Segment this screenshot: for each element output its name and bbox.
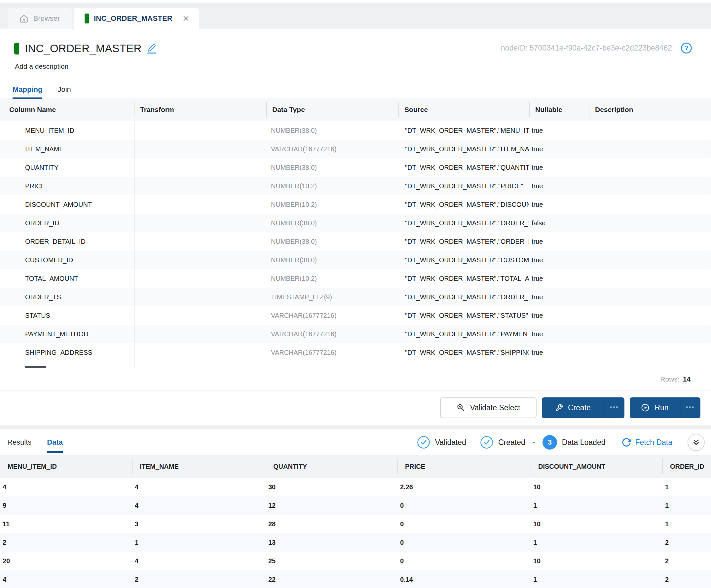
column-name-cell[interactable]: ORDER_DETAIL_ID <box>0 232 134 251</box>
description-cell[interactable] <box>589 214 711 232</box>
data-row: 9 4 12 0 1 1 <box>0 496 711 515</box>
column-name-cell[interactable]: PAYMENT_METHOD <box>0 325 134 343</box>
description-cell[interactable] <box>589 232 711 251</box>
close-icon[interactable] <box>182 15 190 22</box>
tab-mapping[interactable]: Mapping <box>13 85 42 94</box>
transform-cell[interactable] <box>134 214 266 232</box>
validate-select-label: Validate Select <box>470 404 520 412</box>
source-cell: "DT_WRK_ORDER_MASTER"."SHIPPING_ADDRESS" <box>398 343 529 362</box>
description-cell[interactable] <box>589 195 711 214</box>
table-row[interactable]: QUANTITY NUMBER(38,0) "DT_WRK_ORDER_MAST… <box>0 158 711 177</box>
transform-cell[interactable] <box>134 251 266 269</box>
add-description-field[interactable]: Add a description <box>15 62 711 70</box>
transform-cell[interactable] <box>134 306 266 325</box>
column-header-description[interactable]: Description <box>589 98 711 121</box>
transform-cell[interactable] <box>134 325 266 343</box>
play-circle-icon <box>641 404 649 412</box>
description-cell[interactable] <box>589 177 711 195</box>
description-cell[interactable] <box>589 269 711 288</box>
table-row[interactable]: ITEM_NAME VARCHAR(16777216) "DT_WRK_ORDE… <box>0 140 711 158</box>
data-column-quantity[interactable]: QUANTITY <box>266 455 397 478</box>
nullable-cell: false <box>529 214 589 232</box>
table-row[interactable]: DISCOUNT_AMOUNT NUMBER(10,2) "DT_WRK_ORD… <box>0 195 711 214</box>
data-column-discount-amount[interactable]: DISCOUNT_AMOUNT <box>531 455 663 478</box>
description-cell[interactable] <box>589 306 711 325</box>
run-more-button[interactable]: ⋯ <box>680 397 701 418</box>
data-column-price[interactable]: PRICE <box>397 455 531 478</box>
table-row[interactable]: SHIPPING_ADDRESS VARCHAR(16777216) "DT_W… <box>0 343 711 362</box>
header-right: nodeID: 5700341e-f90a-42c7-be3e-c2d223be… <box>501 43 692 53</box>
data-column-menu-item-id[interactable]: MENU_ITEM_ID <box>0 455 132 478</box>
description-cell[interactable] <box>589 343 711 362</box>
table-row[interactable]: TOTAL_AMOUNT NUMBER(10,2) "DT_WRK_ORDER_… <box>0 269 711 288</box>
column-name-cell[interactable]: TOTAL_AMOUNT <box>0 269 134 288</box>
table-row[interactable]: CUSTOMER_ID NUMBER(38,0) "DT_WRK_ORDER_M… <box>0 251 711 269</box>
help-icon[interactable]: ? <box>681 43 692 53</box>
table-row[interactable]: ORDER_ID NUMBER(38,0) "DT_WRK_ORDER_MAST… <box>0 214 711 232</box>
column-header-transform[interactable]: Transform <box>134 98 266 121</box>
fetch-data-button[interactable]: Fetch Data <box>622 437 673 447</box>
column-header-data-type[interactable]: Data Type <box>266 98 398 121</box>
description-cell[interactable] <box>589 121 711 140</box>
column-header-name[interactable]: Column Name <box>0 98 134 121</box>
table-row[interactable]: MENU_ITEM_ID NUMBER(38,0) "DT_WRK_ORDER_… <box>0 121 711 140</box>
table-row[interactable]: ORDER_TS TIMESTAMP_LTZ(9) "DT_WRK_ORDER_… <box>0 288 711 306</box>
column-name-cell[interactable]: PRICE <box>0 177 134 195</box>
column-name-cell[interactable]: ORDER_ID <box>0 214 134 232</box>
collapse-panel-button[interactable] <box>688 434 705 451</box>
description-cell[interactable] <box>589 158 711 177</box>
data-type-cell: NUMBER(38,0) <box>266 158 398 177</box>
transform-cell[interactable] <box>134 288 266 306</box>
run-button[interactable]: Run <box>630 397 680 418</box>
data-type-cell: VARCHAR(16777216) <box>266 343 398 362</box>
data-cell: 10 <box>531 478 663 496</box>
tab-browser[interactable]: Browser <box>7 8 72 29</box>
column-name-cell[interactable]: STATUS <box>0 306 134 325</box>
column-name-cell[interactable]: QUANTITY <box>0 158 134 177</box>
edit-title-button[interactable] <box>147 44 156 53</box>
table-row[interactable]: STATUS VARCHAR(16777216) "DT_WRK_ORDER_M… <box>0 306 711 325</box>
transform-cell[interactable] <box>134 232 266 251</box>
table-row[interactable]: PRICE NUMBER(10,2) "DT_WRK_ORDER_MASTER"… <box>0 177 711 195</box>
transform-cell[interactable] <box>134 195 266 214</box>
transform-cell[interactable] <box>134 140 266 158</box>
data-row: 2 1 13 0 1 2 <box>0 533 711 552</box>
column-name-cell[interactable]: DISCOUNT_AMOUNT <box>0 195 134 214</box>
transform-cell[interactable] <box>134 343 266 362</box>
column-name-cell[interactable]: ORDER_TS <box>0 288 134 306</box>
data-cell: 25 <box>266 552 397 570</box>
tab-join[interactable]: Join <box>58 85 71 94</box>
tab-data[interactable]: Data <box>47 438 63 447</box>
nullable-cell: true <box>529 177 589 195</box>
data-column-order-id[interactable]: ORDER_ID <box>663 455 711 478</box>
description-cell[interactable] <box>589 251 711 269</box>
validate-select-button[interactable]: Validate Select <box>440 397 537 418</box>
transform-cell[interactable] <box>134 158 266 177</box>
column-name-cell[interactable]: ITEM_NAME <box>0 140 134 158</box>
column-name-cell[interactable]: MENU_ITEM_ID <box>0 121 134 140</box>
transform-cell[interactable] <box>134 177 266 195</box>
data-loaded-count-badge: 3 <box>542 435 557 450</box>
column-name-cell[interactable]: SHIPPING_ADDRESS <box>0 343 134 362</box>
column-header-nullable[interactable]: Nullable <box>529 98 589 121</box>
column-name-cell[interactable]: CUSTOMER_ID <box>0 251 134 269</box>
create-button[interactable]: Create <box>542 397 604 418</box>
transform-cell[interactable] <box>134 121 266 140</box>
table-row[interactable]: PAYMENT_METHOD VARCHAR(16777216) "DT_WRK… <box>0 325 711 343</box>
source-cell: "DT_WRK_ORDER_MASTER"."ORDER_DETAIL_ID" <box>398 232 529 251</box>
tab-results[interactable]: Results <box>7 438 31 447</box>
data-cell: 4 <box>132 478 266 496</box>
transform-cell[interactable] <box>134 269 266 288</box>
description-cell[interactable] <box>589 140 711 158</box>
data-type-cell: VARCHAR(16777216) <box>266 325 398 343</box>
data-column-item-name[interactable]: ITEM_NAME <box>132 455 266 478</box>
description-cell[interactable] <box>589 325 711 343</box>
table-row[interactable]: ORDER_DETAIL_ID NUMBER(38,0) "DT_WRK_ORD… <box>0 232 711 251</box>
description-cell[interactable] <box>589 288 711 306</box>
data-row: 4 4 30 2.26 10 1 <box>0 478 711 496</box>
tab-browser-label: Browser <box>34 14 60 23</box>
tab-inc-order-master[interactable]: INC_ORDER_MASTER <box>74 8 199 29</box>
create-more-button[interactable]: ⋯ <box>604 397 624 418</box>
column-header-source[interactable]: Source <box>398 98 529 121</box>
data-type-cell: NUMBER(10,2) <box>266 177 398 195</box>
